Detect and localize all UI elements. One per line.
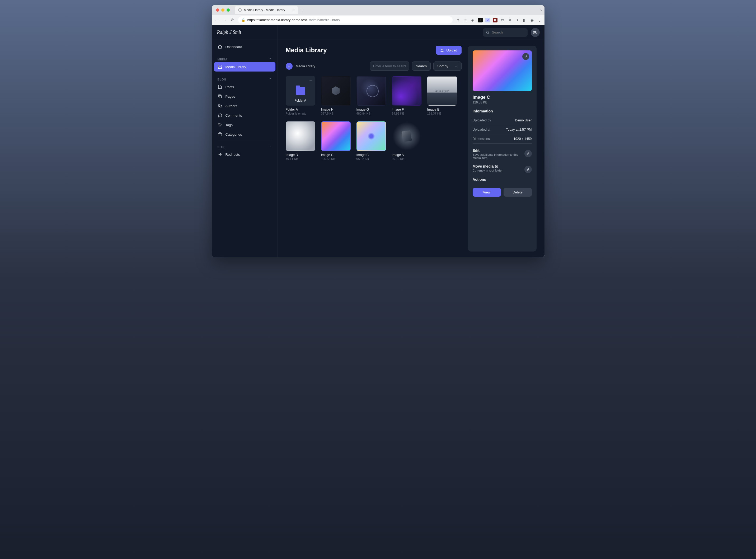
media-item-imgB[interactable]: Image B95.62 KB <box>357 121 386 160</box>
back-button[interactable]: ← <box>214 18 219 22</box>
briefcase-icon <box>218 132 222 137</box>
global-search[interactable] <box>483 28 527 37</box>
swap-icon[interactable]: ⇄ <box>522 53 529 60</box>
sidebar-item-label: Tags <box>225 123 233 127</box>
info-label: Uploaded by <box>473 118 491 122</box>
divider <box>218 73 272 73</box>
sidebar-item-authors[interactable]: Authors <box>214 101 275 111</box>
reload-button[interactable]: ⟳ <box>230 17 235 22</box>
sidebar-item-tags[interactable]: Tags <box>214 120 275 130</box>
info-value: 1920 x 1459 <box>514 137 532 141</box>
chevron-up-icon: ⌃ <box>269 77 272 81</box>
media-item-imgC[interactable]: Image C126.58 KB <box>321 121 351 160</box>
media-item-imgE[interactable]: Image E168.37 KB <box>427 76 457 115</box>
sidebar-item-dashboard[interactable]: Dashboard <box>214 42 275 51</box>
sidebar-item-label: Dashboard <box>225 45 242 49</box>
image-icon <box>218 64 222 69</box>
divider <box>218 141 272 141</box>
svg-point-5 <box>487 31 489 33</box>
move-title: Move media to <box>473 164 532 169</box>
breadcrumb: + Media library <box>286 63 315 70</box>
sidebar-item-label: Authors <box>225 104 237 108</box>
media-item-meta: 49.11 KB <box>286 157 315 160</box>
chat-icon <box>218 113 222 118</box>
image-thumbnail <box>357 121 386 151</box>
nav-group-site[interactable]: SITE ⌃ <box>214 142 275 150</box>
action-buttons: View Delete <box>473 188 532 197</box>
browser-window: Media Library - Media Library × + › ← → … <box>212 5 544 257</box>
media-item-imgH[interactable]: Image H397.5 KB <box>321 76 351 115</box>
app-content: Ralph J Smit Dashboard MEDIA ⌃ Media Lib… <box>212 25 544 257</box>
extension-icon-5[interactable]: ✿ <box>500 18 505 22</box>
media-item-imgF[interactable]: Image F54.93 KB <box>392 76 422 115</box>
move-desc: Currently in root folder <box>473 169 532 172</box>
extensions-button[interactable]: ✦ <box>515 18 520 22</box>
close-tab-button[interactable]: × <box>293 8 295 12</box>
sidebar-item-comments[interactable]: Comments <box>214 111 275 120</box>
lock-icon: 🔒 <box>241 18 245 22</box>
main-column: Media Library Upload + Media library <box>286 46 461 251</box>
info-label: Dimensions <box>473 137 490 141</box>
search-icon <box>486 30 489 35</box>
search-button[interactable]: Search <box>412 62 431 71</box>
view-button[interactable]: View <box>473 188 501 197</box>
extension-icon-2[interactable]: ▪ <box>478 18 483 22</box>
add-folder-button[interactable]: + <box>286 63 293 70</box>
pencil-icon[interactable] <box>524 150 532 157</box>
sidebar-item-pages[interactable]: Pages <box>214 92 275 101</box>
sidepanel-icon[interactable]: ◧ <box>522 18 527 22</box>
media-item-imgA[interactable]: Image A39.12 KB <box>392 121 422 160</box>
sidebar-item-label: Comments <box>225 113 242 117</box>
sidebar-item-posts[interactable]: Posts <box>214 82 275 92</box>
address-bar[interactable]: 🔒 https://filament-media-library-demo.te… <box>238 16 453 23</box>
sidebar: Ralph J Smit Dashboard MEDIA ⌃ Media Lib… <box>212 25 278 257</box>
media-item-imgG[interactable]: Image G480.84 KB <box>357 76 386 115</box>
media-search-input[interactable] <box>370 62 409 71</box>
extension-icon-4[interactable]: ▦ <box>493 18 497 22</box>
users-icon <box>218 104 222 108</box>
topbar: DU <box>278 25 544 40</box>
sidebar-item-label: Redirects <box>225 153 240 157</box>
logo[interactable]: Ralph J Smit <box>212 25 278 40</box>
nav-group-blog[interactable]: BLOG ⌃ <box>214 75 275 82</box>
tabs-menu-button[interactable]: › <box>539 9 544 10</box>
sidebar-item-media-library[interactable]: Media Library <box>214 62 275 71</box>
sidebar-item-categories[interactable]: Categories <box>214 130 275 139</box>
media-item-meta: Folder is empty <box>286 112 315 115</box>
nav-group-label: BLOG <box>218 78 226 81</box>
browser-menu-icon[interactable]: ⋮ <box>537 18 542 22</box>
maximize-window-button[interactable] <box>226 8 230 12</box>
bookmark-icon[interactable]: ☆ <box>463 18 468 22</box>
svg-point-3 <box>219 124 219 124</box>
minimize-window-button[interactable] <box>221 8 224 12</box>
more-icon[interactable]: ⋮ <box>308 79 312 83</box>
delete-button[interactable]: Delete <box>503 188 532 197</box>
forward-button[interactable]: → <box>222 18 227 22</box>
browser-tab[interactable]: Media Library - Media Library × <box>235 6 298 14</box>
upload-button[interactable]: Upload <box>436 46 461 54</box>
close-window-button[interactable] <box>216 8 219 12</box>
nav-group-label: MEDIA <box>218 58 228 61</box>
new-tab-button[interactable]: + <box>301 8 303 13</box>
divider <box>218 53 272 53</box>
media-item-name: Image E <box>427 108 457 111</box>
extension-icon-6[interactable]: ❋ <box>507 18 512 22</box>
media-item-meta: 480.84 KB <box>357 112 386 115</box>
profile-icon[interactable]: ◉ <box>530 18 535 22</box>
pencil-icon[interactable] <box>524 166 532 173</box>
global-search-input[interactable] <box>492 30 524 34</box>
detail-size: 126.58 KB <box>473 100 532 104</box>
share-icon[interactable]: ⇪ <box>456 18 460 22</box>
info-heading: Information <box>473 109 532 113</box>
sidebar-item-redirects[interactable]: Redirects <box>214 150 275 159</box>
extension-icon-3[interactable]: D <box>485 18 490 22</box>
extension-icon-1[interactable]: ◈ <box>471 18 475 22</box>
nav-group-media[interactable]: MEDIA ⌃ <box>214 55 275 62</box>
media-item-folderA[interactable]: ⋮Folder AFolder AFolder is empty <box>286 76 315 115</box>
move-section: Move media to Currently in root folder <box>473 164 532 172</box>
folder-icon <box>296 87 305 95</box>
copy-icon <box>218 94 222 99</box>
media-item-imgD[interactable]: Image D49.11 KB <box>286 121 315 160</box>
sort-dropdown[interactable]: Sort by ⌄ <box>433 62 461 71</box>
user-avatar[interactable]: DU <box>531 28 540 37</box>
